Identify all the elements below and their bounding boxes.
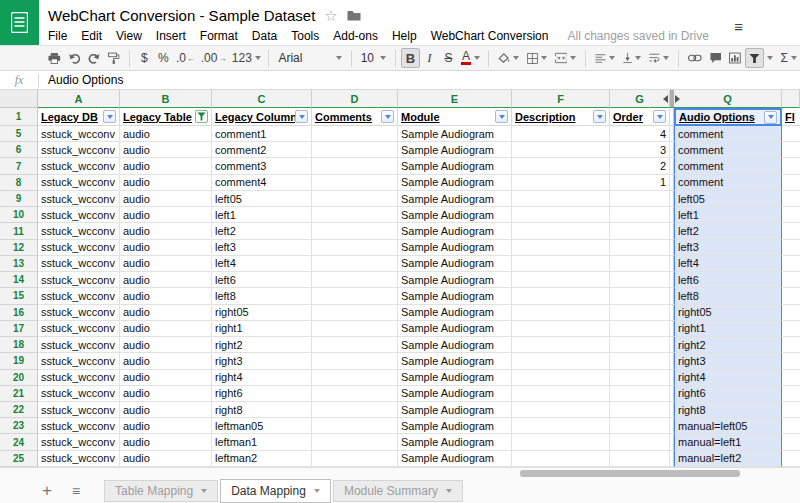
table-cell[interactable] — [512, 142, 610, 158]
table-cell[interactable]: comment3 — [212, 158, 312, 174]
table-cell[interactable] — [782, 207, 800, 223]
table-cell[interactable] — [610, 288, 670, 304]
column-letter-f[interactable]: F — [512, 90, 610, 108]
table-cell[interactable]: comment — [674, 126, 782, 142]
filter-button[interactable] — [745, 48, 764, 68]
table-cell[interactable] — [782, 418, 800, 434]
select-all-corner[interactable] — [0, 90, 38, 108]
header-cell-f[interactable]: Description — [512, 108, 610, 126]
filter-dropdown-icon[interactable] — [381, 110, 394, 123]
table-cell[interactable] — [512, 370, 610, 386]
table-cell[interactable]: audio — [120, 272, 212, 288]
row-number[interactable]: 16 — [0, 305, 38, 321]
format-percent-button[interactable]: % — [154, 48, 173, 68]
table-cell[interactable]: audio — [120, 288, 212, 304]
table-cell[interactable] — [312, 175, 398, 191]
table-cell[interactable]: Sample Audiogram — [398, 418, 512, 434]
table-cell[interactable] — [782, 386, 800, 402]
table-cell[interactable] — [312, 207, 398, 223]
font-family-select[interactable]: Arial — [274, 48, 345, 68]
table-cell[interactable] — [782, 240, 800, 256]
table-cell[interactable]: Sample Audiogram — [398, 305, 512, 321]
strikethrough-button[interactable]: S — [439, 48, 458, 68]
table-cell[interactable]: sstuck_wcconv — [38, 386, 120, 402]
table-cell[interactable] — [312, 223, 398, 239]
filter-dropdown-icon[interactable] — [593, 110, 606, 123]
paint-format-button[interactable] — [104, 48, 124, 68]
header-cell-d[interactable]: Comments — [312, 108, 398, 126]
row-number[interactable]: 18 — [0, 337, 38, 353]
table-cell[interactable]: Sample Audiogram — [398, 158, 512, 174]
undo-button[interactable] — [65, 48, 85, 68]
all-sheets-icon[interactable]: ≡ — [72, 483, 80, 499]
table-cell[interactable] — [782, 288, 800, 304]
table-cell[interactable]: Sample Audiogram — [398, 386, 512, 402]
table-cell[interactable]: audio — [120, 402, 212, 418]
table-cell[interactable] — [512, 451, 610, 467]
table-cell[interactable]: Sample Audiogram — [398, 240, 512, 256]
unhide-columns-right-icon[interactable] — [675, 95, 680, 103]
table-cell[interactable] — [512, 191, 610, 207]
table-cell[interactable]: right3 — [212, 353, 312, 369]
scrollbar-thumb[interactable] — [520, 470, 740, 477]
table-cell[interactable] — [512, 256, 610, 272]
table-cell[interactable] — [782, 321, 800, 337]
table-cell[interactable]: audio — [120, 386, 212, 402]
table-cell[interactable] — [512, 240, 610, 256]
table-cell[interactable]: sstuck_wcconv — [38, 353, 120, 369]
table-cell[interactable]: audio — [120, 175, 212, 191]
column-letter-r[interactable] — [782, 90, 800, 108]
table-cell[interactable]: audio — [120, 321, 212, 337]
table-cell[interactable] — [512, 321, 610, 337]
table-cell[interactable]: 4 — [610, 126, 670, 142]
table-cell[interactable] — [610, 223, 670, 239]
table-cell[interactable] — [312, 337, 398, 353]
table-cell[interactable]: sstuck_wcconv — [38, 207, 120, 223]
add-sheet-button[interactable]: + — [42, 482, 52, 499]
redo-button[interactable] — [84, 48, 104, 68]
row-number[interactable]: 23 — [0, 418, 38, 434]
row-number[interactable]: 22 — [0, 402, 38, 418]
row-number[interactable]: 12 — [0, 240, 38, 256]
row-number[interactable]: 25 — [0, 451, 38, 467]
filter-dropdown-icon[interactable] — [103, 110, 116, 123]
table-cell[interactable] — [312, 142, 398, 158]
table-cell[interactable] — [782, 305, 800, 321]
table-cell[interactable]: sstuck_wcconv — [38, 175, 120, 191]
table-cell[interactable]: Sample Audiogram — [398, 207, 512, 223]
table-cell[interactable] — [610, 353, 670, 369]
table-cell[interactable]: audio — [120, 158, 212, 174]
table-cell[interactable]: Sample Audiogram — [398, 451, 512, 467]
table-cell[interactable]: 3 — [610, 142, 670, 158]
table-cell[interactable]: manual=left05 — [674, 418, 782, 434]
table-cell[interactable]: sstuck_wcconv — [38, 158, 120, 174]
row-number[interactable]: 20 — [0, 370, 38, 386]
table-cell[interactable] — [312, 402, 398, 418]
row-number[interactable]: 13 — [0, 256, 38, 272]
table-cell[interactable] — [610, 207, 670, 223]
table-cell[interactable]: left1 — [212, 207, 312, 223]
header-cell-r[interactable]: Fl — [782, 108, 800, 126]
table-cell[interactable] — [610, 305, 670, 321]
table-cell[interactable] — [610, 386, 670, 402]
table-cell[interactable]: left3 — [674, 240, 782, 256]
horizontal-scrollbar[interactable] — [0, 467, 800, 478]
header-cell-b[interactable]: Legacy Table — [120, 108, 212, 126]
table-cell[interactable]: sstuck_wcconv — [38, 272, 120, 288]
table-cell[interactable]: comment — [674, 158, 782, 174]
table-cell[interactable] — [512, 288, 610, 304]
table-cell[interactable] — [782, 451, 800, 467]
row-number[interactable]: 15 — [0, 288, 38, 304]
table-cell[interactable] — [512, 337, 610, 353]
table-cell[interactable]: audio — [120, 142, 212, 158]
table-cell[interactable]: left4 — [674, 256, 782, 272]
filter-dropdown-icon[interactable] — [764, 111, 777, 124]
table-cell[interactable]: Sample Audiogram — [398, 337, 512, 353]
table-cell[interactable]: Sample Audiogram — [398, 321, 512, 337]
table-cell[interactable] — [512, 223, 610, 239]
table-cell[interactable] — [312, 321, 398, 337]
sheets-logo-icon[interactable] — [0, 0, 39, 45]
star-icon[interactable]: ☆ — [324, 7, 337, 25]
text-wrap-button[interactable] — [645, 48, 673, 68]
table-cell[interactable] — [512, 386, 610, 402]
